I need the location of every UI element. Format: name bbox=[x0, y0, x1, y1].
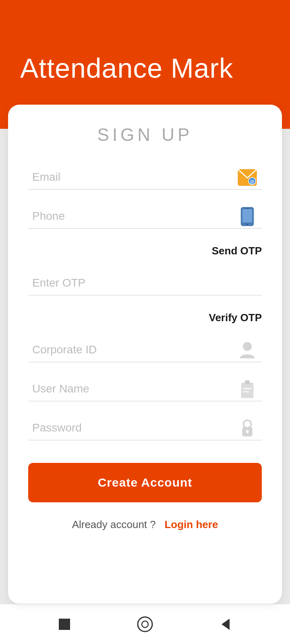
signup-card: SIGN UP @ Send OTP bbox=[8, 105, 282, 604]
svg-rect-11 bbox=[243, 391, 249, 392]
svg-point-5 bbox=[246, 223, 248, 225]
already-account-text: Already account ? bbox=[72, 518, 156, 530]
svg-rect-9 bbox=[245, 380, 250, 384]
email-input[interactable] bbox=[28, 165, 262, 190]
verify-otp-row: Verify OTP bbox=[28, 310, 262, 326]
svg-point-12 bbox=[243, 420, 251, 427]
svg-marker-19 bbox=[222, 619, 230, 630]
password-input[interactable] bbox=[28, 416, 262, 440]
svg-rect-15 bbox=[246, 431, 248, 433]
email-icon: @ bbox=[237, 167, 258, 188]
user-icon bbox=[237, 340, 258, 361]
user-name-field-group bbox=[28, 377, 262, 401]
nav-back-button[interactable] bbox=[213, 612, 238, 636]
svg-text:@: @ bbox=[250, 179, 255, 184]
nav-square-button[interactable] bbox=[52, 612, 77, 636]
corporate-id-field-group bbox=[28, 338, 262, 362]
navigation-bar bbox=[0, 604, 290, 644]
svg-rect-4 bbox=[242, 209, 252, 222]
svg-rect-8 bbox=[241, 382, 254, 398]
nav-home-button[interactable] bbox=[133, 612, 157, 636]
phone-icon bbox=[237, 206, 258, 227]
svg-point-17 bbox=[138, 617, 152, 632]
svg-rect-10 bbox=[243, 388, 251, 389]
phone-input[interactable] bbox=[28, 204, 262, 229]
create-account-button[interactable]: Create Account bbox=[28, 463, 262, 502]
svg-rect-16 bbox=[59, 619, 70, 630]
password-field-group bbox=[28, 416, 262, 440]
otp-input[interactable] bbox=[28, 271, 262, 295]
otp-field-group bbox=[28, 271, 262, 295]
app-title: Attendance Mark bbox=[20, 52, 233, 85]
svg-rect-6 bbox=[245, 208, 249, 208]
sign-up-title: SIGN UP bbox=[28, 125, 262, 145]
lock-icon bbox=[237, 418, 258, 439]
badge-icon bbox=[237, 379, 258, 400]
svg-point-18 bbox=[142, 621, 148, 627]
corporate-id-input[interactable] bbox=[28, 338, 262, 362]
send-otp-button[interactable]: Send OTP bbox=[212, 243, 262, 259]
user-name-input[interactable] bbox=[28, 377, 262, 401]
login-row: Already account ? Login here bbox=[28, 518, 262, 531]
phone-field-group bbox=[28, 204, 262, 229]
svg-point-7 bbox=[243, 342, 252, 351]
verify-otp-button[interactable]: Verify OTP bbox=[209, 310, 262, 326]
send-otp-row: Send OTP bbox=[28, 243, 262, 259]
email-field-group: @ bbox=[28, 165, 262, 190]
login-here-link[interactable]: Login here bbox=[164, 518, 218, 530]
